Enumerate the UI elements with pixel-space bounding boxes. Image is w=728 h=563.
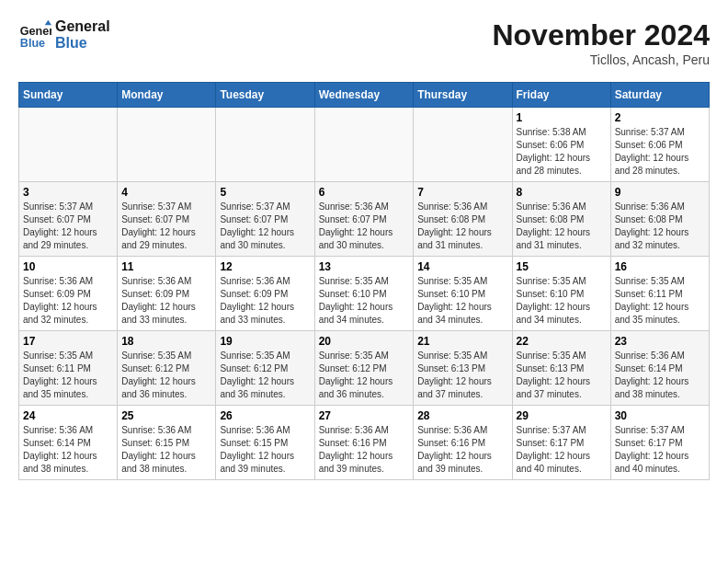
day-number: 23 <box>615 335 705 348</box>
calendar-cell: 25Sunrise: 5:36 AM Sunset: 6:15 PM Dayli… <box>118 406 216 480</box>
day-info: Sunrise: 5:37 AM Sunset: 6:17 PM Dayligh… <box>517 424 607 476</box>
calendar-cell: 21Sunrise: 5:35 AM Sunset: 6:13 PM Dayli… <box>414 331 512 406</box>
day-info: Sunrise: 5:35 AM Sunset: 6:12 PM Dayligh… <box>121 350 211 401</box>
day-info: Sunrise: 5:36 AM Sunset: 6:09 PM Dayligh… <box>23 275 113 327</box>
calendar-cell: 6Sunrise: 5:36 AM Sunset: 6:07 PM Daylig… <box>314 182 414 257</box>
title-area: November 2024 Ticllos, Ancash, Peru <box>492 18 710 67</box>
day-number: 12 <box>220 260 310 273</box>
day-number: 16 <box>615 260 705 273</box>
day-number: 7 <box>417 186 507 199</box>
day-number: 29 <box>517 409 607 422</box>
day-info: Sunrise: 5:36 AM Sunset: 6:08 PM Dayligh… <box>417 201 507 252</box>
day-info: Sunrise: 5:35 AM Sunset: 6:11 PM Dayligh… <box>23 350 113 401</box>
day-info: Sunrise: 5:37 AM Sunset: 6:07 PM Dayligh… <box>220 201 310 252</box>
calendar-cell <box>314 108 414 182</box>
day-number: 17 <box>23 335 113 348</box>
day-number: 27 <box>319 409 410 422</box>
calendar-cell: 20Sunrise: 5:35 AM Sunset: 6:12 PM Dayli… <box>314 331 414 406</box>
day-info: Sunrise: 5:36 AM Sunset: 6:15 PM Dayligh… <box>121 424 211 476</box>
calendar-cell: 14Sunrise: 5:35 AM Sunset: 6:10 PM Dayli… <box>414 257 512 331</box>
weekday-header: Thursday <box>414 83 512 108</box>
day-info: Sunrise: 5:35 AM Sunset: 6:10 PM Dayligh… <box>517 275 607 327</box>
logo-line2: Blue <box>55 35 110 52</box>
weekday-header: Saturday <box>610 83 709 108</box>
day-info: Sunrise: 5:35 AM Sunset: 6:13 PM Dayligh… <box>517 350 607 401</box>
day-info: Sunrise: 5:36 AM Sunset: 6:14 PM Dayligh… <box>615 350 705 401</box>
day-number: 1 <box>517 111 607 124</box>
weekday-header: Wednesday <box>314 83 414 108</box>
calendar-cell: 19Sunrise: 5:35 AM Sunset: 6:12 PM Dayli… <box>216 331 314 406</box>
calendar-week-row: 10Sunrise: 5:36 AM Sunset: 6:09 PM Dayli… <box>19 257 710 331</box>
calendar-cell <box>118 108 216 182</box>
day-number: 26 <box>220 409 310 422</box>
day-info: Sunrise: 5:35 AM Sunset: 6:12 PM Dayligh… <box>319 350 410 401</box>
calendar-cell <box>216 108 314 182</box>
svg-text:Blue: Blue <box>20 37 45 50</box>
day-info: Sunrise: 5:35 AM Sunset: 6:10 PM Dayligh… <box>417 275 507 327</box>
day-number: 2 <box>615 111 705 124</box>
calendar-cell: 9Sunrise: 5:36 AM Sunset: 6:08 PM Daylig… <box>610 182 709 257</box>
calendar-cell: 24Sunrise: 5:36 AM Sunset: 6:14 PM Dayli… <box>19 406 118 480</box>
day-number: 15 <box>517 260 607 273</box>
calendar-cell: 3Sunrise: 5:37 AM Sunset: 6:07 PM Daylig… <box>19 182 118 257</box>
month-title: November 2024 <box>492 18 710 52</box>
calendar-cell: 2Sunrise: 5:37 AM Sunset: 6:06 PM Daylig… <box>610 108 709 182</box>
calendar-week-row: 3Sunrise: 5:37 AM Sunset: 6:07 PM Daylig… <box>19 182 710 257</box>
day-info: Sunrise: 5:36 AM Sunset: 6:09 PM Dayligh… <box>220 275 310 327</box>
day-info: Sunrise: 5:38 AM Sunset: 6:06 PM Dayligh… <box>517 126 607 178</box>
calendar-cell: 11Sunrise: 5:36 AM Sunset: 6:09 PM Dayli… <box>118 257 216 331</box>
calendar-table: SundayMondayTuesdayWednesdayThursdayFrid… <box>18 82 710 480</box>
calendar-cell: 27Sunrise: 5:36 AM Sunset: 6:16 PM Dayli… <box>314 406 414 480</box>
day-info: Sunrise: 5:36 AM Sunset: 6:14 PM Dayligh… <box>23 424 113 476</box>
day-info: Sunrise: 5:36 AM Sunset: 6:16 PM Dayligh… <box>417 424 507 476</box>
calendar-cell <box>19 108 118 182</box>
day-number: 28 <box>417 409 507 422</box>
calendar-cell: 1Sunrise: 5:38 AM Sunset: 6:06 PM Daylig… <box>512 108 610 182</box>
weekday-header: Sunday <box>19 83 118 108</box>
day-info: Sunrise: 5:37 AM Sunset: 6:06 PM Dayligh… <box>615 126 705 178</box>
calendar-cell: 8Sunrise: 5:36 AM Sunset: 6:08 PM Daylig… <box>512 182 610 257</box>
calendar-cell: 13Sunrise: 5:35 AM Sunset: 6:10 PM Dayli… <box>314 257 414 331</box>
day-number: 30 <box>615 409 705 422</box>
day-info: Sunrise: 5:36 AM Sunset: 6:15 PM Dayligh… <box>220 424 310 476</box>
day-number: 14 <box>417 260 507 273</box>
calendar-cell: 10Sunrise: 5:36 AM Sunset: 6:09 PM Dayli… <box>19 257 118 331</box>
day-number: 10 <box>23 260 113 273</box>
calendar-cell <box>414 108 512 182</box>
day-info: Sunrise: 5:35 AM Sunset: 6:12 PM Dayligh… <box>220 350 310 401</box>
calendar-cell: 22Sunrise: 5:35 AM Sunset: 6:13 PM Dayli… <box>512 331 610 406</box>
calendar-cell: 16Sunrise: 5:35 AM Sunset: 6:11 PM Dayli… <box>610 257 709 331</box>
day-number: 20 <box>319 335 410 348</box>
calendar-week-row: 24Sunrise: 5:36 AM Sunset: 6:14 PM Dayli… <box>19 406 710 480</box>
day-info: Sunrise: 5:36 AM Sunset: 6:07 PM Dayligh… <box>319 201 410 252</box>
calendar-cell: 15Sunrise: 5:35 AM Sunset: 6:10 PM Dayli… <box>512 257 610 331</box>
weekday-header: Tuesday <box>216 83 314 108</box>
day-number: 11 <box>121 260 211 273</box>
day-number: 18 <box>121 335 211 348</box>
calendar-cell: 29Sunrise: 5:37 AM Sunset: 6:17 PM Dayli… <box>512 406 610 480</box>
logo: General Blue General Blue <box>18 18 110 52</box>
svg-marker-2 <box>45 20 51 25</box>
day-number: 19 <box>220 335 310 348</box>
calendar-cell: 18Sunrise: 5:35 AM Sunset: 6:12 PM Dayli… <box>118 331 216 406</box>
weekday-header: Friday <box>512 83 610 108</box>
weekday-header-row: SundayMondayTuesdayWednesdayThursdayFrid… <box>19 83 710 108</box>
day-number: 24 <box>23 409 113 422</box>
day-info: Sunrise: 5:35 AM Sunset: 6:13 PM Dayligh… <box>417 350 507 401</box>
day-number: 25 <box>121 409 211 422</box>
day-info: Sunrise: 5:35 AM Sunset: 6:10 PM Dayligh… <box>319 275 410 327</box>
location-subtitle: Ticllos, Ancash, Peru <box>492 52 710 67</box>
day-number: 8 <box>517 186 607 199</box>
day-number: 13 <box>319 260 410 273</box>
day-info: Sunrise: 5:37 AM Sunset: 6:07 PM Dayligh… <box>23 201 113 252</box>
page-header: General Blue General Blue November 2024 … <box>18 18 710 67</box>
day-number: 9 <box>615 186 705 199</box>
calendar-week-row: 1Sunrise: 5:38 AM Sunset: 6:06 PM Daylig… <box>19 108 710 182</box>
day-info: Sunrise: 5:36 AM Sunset: 6:16 PM Dayligh… <box>319 424 410 476</box>
weekday-header: Monday <box>118 83 216 108</box>
calendar-cell: 23Sunrise: 5:36 AM Sunset: 6:14 PM Dayli… <box>610 331 709 406</box>
day-info: Sunrise: 5:35 AM Sunset: 6:11 PM Dayligh… <box>615 275 705 327</box>
calendar-cell: 4Sunrise: 5:37 AM Sunset: 6:07 PM Daylig… <box>118 182 216 257</box>
day-info: Sunrise: 5:37 AM Sunset: 6:17 PM Dayligh… <box>615 424 705 476</box>
calendar-cell: 30Sunrise: 5:37 AM Sunset: 6:17 PM Dayli… <box>610 406 709 480</box>
